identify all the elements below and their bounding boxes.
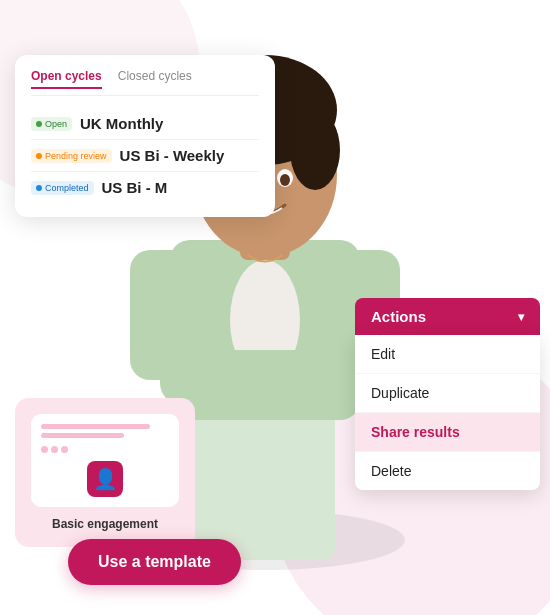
cycles-tabs: Open cycles Closed cycles [31,69,259,96]
cycle-name-1: UK Monthly [80,115,163,132]
chevron-down-icon: ▾ [518,310,524,324]
actions-menu: Edit Duplicate Share results Delete [355,335,540,490]
template-dot-3 [61,446,68,453]
svg-rect-6 [160,350,370,405]
action-edit[interactable]: Edit [355,335,540,374]
badge-pending: Pending review [31,149,112,163]
tab-open-cycles[interactable]: Open cycles [31,69,102,89]
action-duplicate[interactable]: Duplicate [355,374,540,413]
template-lines [41,424,169,438]
badge-completed: Completed [31,181,94,195]
cycle-name-2: US Bi - Weekly [120,147,225,164]
template-card-inner: 👤 [31,414,179,507]
cycles-card: Open cycles Closed cycles Open UK Monthl… [15,55,275,217]
cycle-item-3: Completed US Bi - M [31,172,259,203]
cycle-item-2: Pending review US Bi - Weekly [31,140,259,172]
template-card: 👤 Basic engagement [15,398,195,547]
template-dot-1 [41,446,48,453]
person-icon: 👤 [93,467,118,491]
template-dot-2 [51,446,58,453]
template-card-label: Basic engagement [31,517,179,531]
template-line-2 [41,433,124,438]
action-delete[interactable]: Delete [355,452,540,490]
actions-dropdown: Actions ▾ Edit Duplicate Share results D… [355,298,540,490]
template-icon-box: 👤 [87,461,123,497]
actions-header-label: Actions [371,308,426,325]
cycle-item-1: Open UK Monthly [31,108,259,140]
tab-closed-cycles[interactable]: Closed cycles [118,69,192,89]
scene: Open cycles Closed cycles Open UK Monthl… [0,0,550,615]
svg-point-15 [280,174,290,186]
badge-dot-pending [36,153,42,159]
badge-open: Open [31,117,72,131]
cycle-name-3: US Bi - M [102,179,168,196]
actions-header[interactable]: Actions ▾ [355,298,540,335]
badge-dot-open [36,121,42,127]
badge-dot-completed [36,185,42,191]
action-share-results[interactable]: Share results [355,413,540,452]
use-template-button[interactable]: Use a template [68,539,241,585]
template-dots [41,446,169,453]
template-line-1 [41,424,150,429]
svg-point-11 [290,110,340,190]
